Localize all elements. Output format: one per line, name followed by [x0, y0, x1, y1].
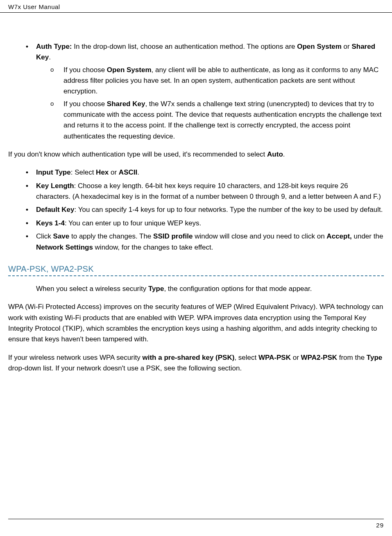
list-item-save: Click Save to apply the changes. The SSI… [8, 231, 384, 253]
text: or [342, 43, 352, 50]
shared-key-bold: Shared Key [107, 100, 145, 108]
list-item-keys14: Keys 1-4: You can enter up to four uniqu… [8, 218, 384, 229]
key-length-label: Key Length [36, 182, 74, 190]
open-system-bold: Open System [107, 66, 152, 74]
wpa2-psk-bold: WPA2-PSK [301, 354, 337, 361]
text: In the drop-down list, choose an authent… [72, 43, 297, 50]
bullet-list-2: Input Type: Select Hex or ASCII. Key Len… [8, 167, 384, 252]
ssid-profile-bold: SSID profile [153, 232, 193, 240]
dashed-divider [8, 275, 384, 276]
text: When you select a wireless security [36, 285, 148, 293]
page-content: Auth Type: In the drop-down list, choose… [0, 13, 392, 374]
page-number: 29 [376, 522, 384, 529]
text: or [291, 354, 301, 361]
wpa-psk-bold: WPA-PSK [258, 354, 291, 361]
text: . [137, 168, 139, 176]
list-item-auth-type: Auth Type: In the drop-down list, choose… [8, 41, 384, 142]
paragraph-auto: If you don't know which authentication t… [8, 149, 384, 160]
hex-bold: Hex [96, 168, 109, 176]
auto-bold: Auto [267, 150, 283, 158]
text: If you choose [63, 100, 107, 108]
heading-wpa-psk: WPA-PSK, WPA2-PSK [8, 264, 384, 274]
network-settings-bold: Network Settings [36, 243, 93, 251]
text: . [49, 53, 51, 61]
save-bold: Save [53, 232, 70, 240]
type-bold-2: Type [367, 354, 382, 361]
text: under the [352, 232, 383, 240]
text: : You can enter up to four unique WEP ke… [65, 219, 201, 227]
text: , select [234, 354, 258, 361]
list-item-key-length: Key Length: Choose a key length. 64-bit … [8, 181, 384, 202]
text: If you choose [63, 66, 107, 74]
list-item-input-type: Input Type: Select Hex or ASCII. [8, 167, 384, 178]
keys14-label: Keys 1-4 [36, 219, 65, 227]
bullet-list-1: Auth Type: In the drop-down list, choose… [8, 41, 384, 142]
paragraph-wpa-desc: WPA (Wi-Fi Protected Access) improves on… [8, 302, 384, 345]
auth-type-label: Auth Type: [36, 43, 72, 50]
header-title: W7x User Manual [8, 3, 60, 10]
text: If you don't know which authentication t… [8, 150, 267, 158]
text: : You can specify 1-4 keys for up to fou… [75, 206, 383, 213]
page-footer: 29 [8, 519, 384, 529]
text: window, for the changes to take effect. [93, 243, 213, 251]
text: Click [36, 232, 53, 240]
text: drop-down list. If your network doesn't … [8, 364, 242, 372]
text: : Select [71, 168, 96, 176]
sub-list: If you choose Open System, any client wi… [36, 65, 384, 142]
input-type-label: Input Type [36, 168, 71, 176]
sub-item-open-system: If you choose Open System, any client wi… [36, 65, 384, 97]
open-system-opt: Open System [297, 43, 342, 50]
text: from the [337, 354, 367, 361]
page-header: W7x User Manual [0, 0, 392, 13]
text: . [283, 150, 285, 158]
text: window will close and you need to click … [193, 232, 326, 240]
paragraph-type: When you select a wireless security Type… [36, 284, 384, 294]
text: to apply the changes. The [69, 232, 153, 240]
text: If your wireless network uses WPA securi… [8, 354, 143, 361]
ascii-bold: ASCII [119, 168, 137, 176]
paragraph-psk: If your wireless network uses WPA securi… [8, 352, 384, 374]
text: , the configuration options for that mod… [164, 285, 312, 293]
text: : Choose a key length. 64-bit hex keys r… [36, 182, 381, 200]
list-item-default-key: Default Key: You can specify 1-4 keys fo… [8, 204, 384, 215]
psk-bold: with a pre-shared key (PSK) [143, 354, 235, 361]
sub-item-shared-key: If you choose Shared Key, the W7x sends … [36, 99, 384, 142]
default-key-label: Default Key [36, 206, 75, 213]
accept-bold: Accept, [326, 232, 351, 240]
type-bold: Type [148, 285, 164, 293]
text: or [109, 168, 119, 176]
